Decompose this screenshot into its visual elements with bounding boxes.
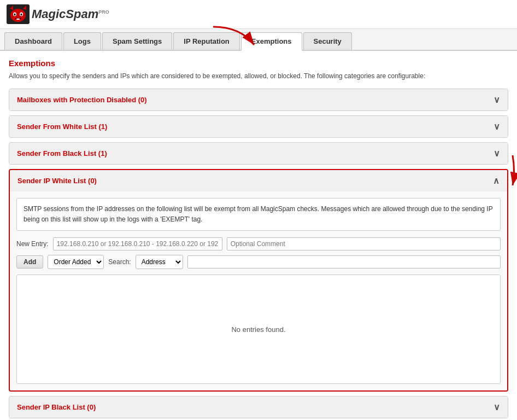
entries-list: No entries found. [16,275,501,384]
accordion-header-mailboxes[interactable]: Mailboxes with Protection Disabled (0) ∨ [9,89,508,110]
section-label-ip-white: Sender IP White List (0) [17,177,97,185]
search-label: Search: [108,258,131,266]
tab-exemptions[interactable]: Exemptions [241,32,302,51]
accordion-header-ip-white[interactable]: Sender IP White List (0) ∧ [10,170,507,191]
app-name: MagicSpamPRO [32,7,109,21]
section-sender-ip-white-list: Sender IP White List (0) ∧ SMTP sessions… [9,169,508,392]
no-entries-text: No entries found. [231,325,285,334]
page-title: Exemptions [9,59,508,68]
section-label-ip-black: Sender IP Black List (0) [17,403,96,411]
page-description: Allows you to specify the senders and IP… [9,71,508,81]
logo-icon [7,4,30,24]
tab-security[interactable]: Security [303,32,352,50]
section-label-mailboxes: Mailboxes with Protection Disabled (0) [17,96,147,104]
tab-ip-reputation[interactable]: IP Reputation [173,32,240,50]
new-entry-row: New Entry: [16,237,501,250]
chevron-sender-black: ∨ [494,148,500,159]
tab-logs[interactable]: Logs [63,32,101,50]
section-label-sender-white: Sender From White List (1) [17,122,107,131]
section-sender-from-black-list: Sender From Black List (1) ∨ [9,142,508,165]
svg-rect-8 [16,19,20,20]
section-mailboxes-protection-disabled: Mailboxes with Protection Disabled (0) ∨ [9,89,508,111]
chevron-mailboxes: ∨ [494,95,500,105]
accordion-body-ip-white: SMTP sessions from the IP addresses on t… [10,191,507,390]
svg-point-3 [10,9,26,22]
pro-badge: PRO [98,9,109,15]
nav-bar: Dashboard Logs Spam Settings IP Reputati… [0,29,517,51]
add-button[interactable]: Add [16,255,43,269]
main-content: Exemptions Allows you to specify the sen… [0,51,517,420]
section-sender-from-white-list: Sender From White List (1) ∨ [9,115,508,138]
sort-select[interactable]: Order Added Address [48,255,104,269]
accordion-header-sender-black[interactable]: Sender From Black List (1) ∨ [9,143,508,164]
tab-spam-settings[interactable]: Spam Settings [102,32,172,50]
chevron-sender-white: ∨ [494,121,500,132]
new-entry-label: New Entry: [16,240,49,248]
svg-point-6 [14,14,16,16]
chevron-ip-white: ∧ [493,176,500,186]
accordion-header-ip-black[interactable]: Sender IP Black List (0) ∨ [9,396,508,418]
info-box-ip-white: SMTP sessions from the IP addresses on t… [16,198,501,231]
search-type-select[interactable]: Address Comment [136,255,183,269]
tab-dashboard[interactable]: Dashboard [4,32,62,50]
new-entry-input[interactable] [53,237,222,250]
section-sender-ip-black-list: Sender IP Black List (0) ∨ [9,396,508,418]
controls-row: Add Order Added Address Search: Address … [16,255,501,269]
header: MagicSpamPRO [0,0,517,29]
chevron-ip-black: ∨ [494,402,500,412]
svg-point-7 [21,14,22,16]
section-label-sender-black: Sender From Black List (1) [17,149,107,158]
accordion-header-sender-white[interactable]: Sender From White List (1) ∨ [9,116,508,137]
comment-input[interactable] [227,237,501,250]
logo: MagicSpamPRO [7,4,109,24]
search-input[interactable] [187,255,501,269]
